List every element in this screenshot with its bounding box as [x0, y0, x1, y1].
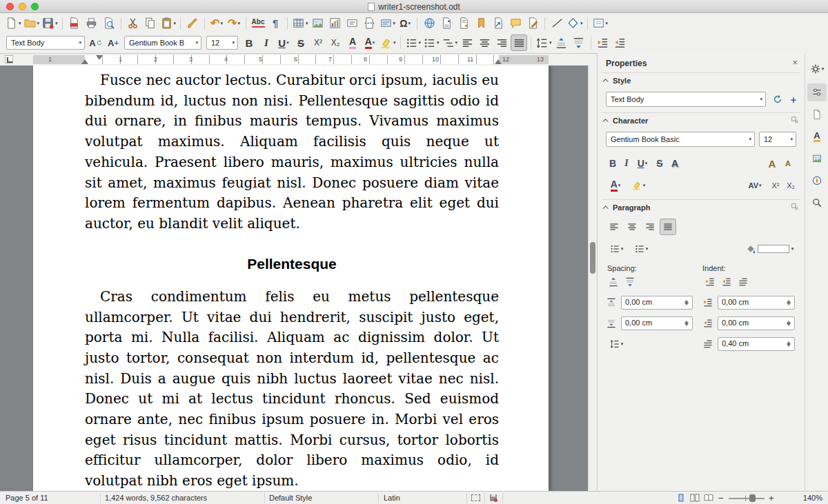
book-view-button[interactable]: [704, 494, 713, 503]
increase-font-size-button[interactable]: A: [765, 155, 780, 172]
collapse-chevron-icon[interactable]: [602, 205, 608, 211]
print-preview-button[interactable]: [101, 15, 117, 32]
dropdown-arrow-icon[interactable]: [606, 15, 609, 32]
decrease-indent-button[interactable]: [719, 275, 734, 289]
increase-paragraph-spacing-button[interactable]: [553, 34, 570, 51]
page-style-status[interactable]: Default Style: [269, 494, 312, 502]
selection-mode-status[interactable]: [471, 494, 480, 503]
insert-hyperlink-button[interactable]: [421, 15, 437, 32]
sidebar-style-combo[interactable]: Text Body: [606, 92, 766, 107]
italic-button[interactable]: I: [621, 155, 632, 172]
dropdown-arrow-icon[interactable]: [621, 241, 624, 257]
style-section-header[interactable]: Style: [604, 77, 631, 85]
decrease-paragraph-spacing-button[interactable]: [622, 275, 638, 289]
document-proxy-icon[interactable]: [368, 3, 375, 11]
dropdown-arrow-icon[interactable]: [455, 34, 458, 51]
dropdown-arrow-icon[interactable]: [822, 61, 825, 77]
undo-button[interactable]: ↶: [208, 15, 225, 32]
close-sidebar-button[interactable]: ×: [792, 57, 798, 68]
document-canvas[interactable]: Fusce nec auctor lectus. Curabitur orci …: [0, 65, 588, 491]
document-text[interactable]: Fusce nec auctor lectus. Curabitur orci …: [85, 70, 499, 491]
dropdown-arrow-icon[interactable]: [645, 155, 648, 172]
ordered-list-button[interactable]: [631, 241, 651, 257]
stepper-arrows[interactable]: [787, 319, 793, 328]
paste-button[interactable]: [159, 15, 177, 32]
after-text-indent-field[interactable]: 0,00 cm: [718, 316, 795, 330]
dropdown-arrow-icon[interactable]: [79, 34, 81, 51]
document-page[interactable]: Fusce nec auctor lectus. Curabitur orci …: [33, 65, 549, 491]
switch-indent-button[interactable]: [736, 275, 751, 289]
save-button[interactable]: [41, 15, 59, 32]
superscript-button[interactable]: X²: [769, 177, 782, 194]
dropdown-arrow-icon[interactable]: [232, 34, 235, 51]
character-dialog-launcher[interactable]: [790, 115, 799, 126]
unordered-list-button[interactable]: [606, 241, 627, 257]
paragraph-section-header[interactable]: Paragraph: [604, 203, 650, 212]
new-style-button[interactable]: +: [787, 91, 800, 108]
character-spacing-button[interactable]: AV: [744, 177, 766, 194]
zoom-in-button[interactable]: +: [769, 493, 774, 503]
superscript-button[interactable]: X²: [310, 34, 326, 51]
dropdown-arrow-icon[interactable]: [621, 336, 624, 352]
stepper-arrows[interactable]: [787, 298, 793, 308]
document-heading[interactable]: Pellentesque: [85, 255, 499, 272]
collapse-chevron-icon[interactable]: [602, 119, 608, 124]
update-style-button[interactable]: [770, 91, 785, 108]
increase-indent-button[interactable]: [595, 34, 611, 51]
font-name-combo[interactable]: Gentium Book B: [124, 36, 201, 50]
titlebar[interactable]: writer1-screenshot.odt: [0, 0, 828, 13]
dropdown-arrow-icon[interactable]: [221, 15, 224, 32]
formatting-marks-button[interactable]: ¶: [267, 15, 284, 32]
strikethrough-button[interactable]: S: [293, 34, 309, 51]
dropdown-arrow-icon[interactable]: [306, 15, 308, 32]
above-paragraph-spacing-field[interactable]: 0,00 cm: [621, 296, 693, 310]
bold-button[interactable]: B: [241, 34, 257, 51]
page-number-status[interactable]: Page 5 of 11: [6, 494, 48, 502]
insert-footnote-button[interactable]: [438, 15, 455, 32]
dropdown-arrow-icon[interactable]: [759, 177, 762, 194]
track-changes-button[interactable]: [524, 15, 541, 32]
outline-list-button[interactable]: [441, 34, 459, 51]
zoom-level-status[interactable]: 140%: [803, 494, 822, 502]
bold-button[interactable]: B: [606, 155, 620, 172]
first-line-indent-field[interactable]: 0,40 cm: [718, 337, 795, 351]
dropdown-arrow-icon[interactable]: [393, 15, 396, 32]
stepper-arrows[interactable]: [787, 339, 793, 349]
word-count-status[interactable]: 1,424 words, 9,562 characters: [105, 494, 207, 502]
before-text-indent-field[interactable]: 0,00 cm: [718, 296, 795, 310]
insert-special-character-button[interactable]: Ω: [397, 15, 413, 32]
highlight-color-button[interactable]: [628, 177, 649, 194]
paragraph[interactable]: Cras condimentum felis eu metus pellente…: [85, 287, 499, 491]
line-spacing-button[interactable]: [606, 337, 627, 351]
sidebar-font-name-combo[interactable]: Gentium Book Basic: [606, 132, 755, 147]
dropdown-arrow-icon[interactable]: [408, 15, 411, 32]
dropdown-arrow-icon[interactable]: [437, 34, 440, 51]
align-center-button[interactable]: [624, 219, 640, 235]
align-right-button[interactable]: [493, 34, 510, 51]
insert-textbox-button[interactable]: [344, 15, 361, 32]
decrease-paragraph-spacing-button[interactable]: [571, 34, 587, 51]
multi-page-view-button[interactable]: [690, 494, 700, 503]
dropdown-arrow-icon[interactable]: [760, 91, 762, 108]
zoom-slider-thumb[interactable]: [749, 494, 756, 502]
zoom-slider-track[interactable]: [729, 498, 765, 499]
clear-formatting-button[interactable]: A: [344, 34, 361, 51]
redo-button[interactable]: ↷: [226, 15, 242, 32]
dropdown-arrow-icon[interactable]: [393, 34, 396, 51]
sidebar-tab-navigator[interactable]: [807, 172, 827, 190]
stepper-arrows[interactable]: [684, 298, 691, 308]
insert-page-break-button[interactable]: [362, 15, 378, 32]
align-center-button[interactable]: [476, 34, 493, 51]
document-modified-status[interactable]: [489, 493, 498, 504]
dropdown-arrow-icon[interactable]: [419, 34, 422, 51]
insert-comment-button[interactable]: [507, 15, 524, 32]
insert-bookmark-button[interactable]: [473, 15, 489, 32]
increase-paragraph-spacing-button[interactable]: [606, 275, 621, 289]
stepper-arrows[interactable]: [684, 319, 691, 328]
new-style-button[interactable]: A+: [105, 34, 121, 51]
spelling-button[interactable]: Abc: [250, 15, 266, 32]
sidebar-tab-page[interactable]: [807, 105, 827, 123]
dropdown-arrow-icon[interactable]: [373, 34, 375, 51]
clone-formatting-button[interactable]: [184, 15, 201, 32]
insert-endnote-button[interactable]: [455, 15, 472, 32]
